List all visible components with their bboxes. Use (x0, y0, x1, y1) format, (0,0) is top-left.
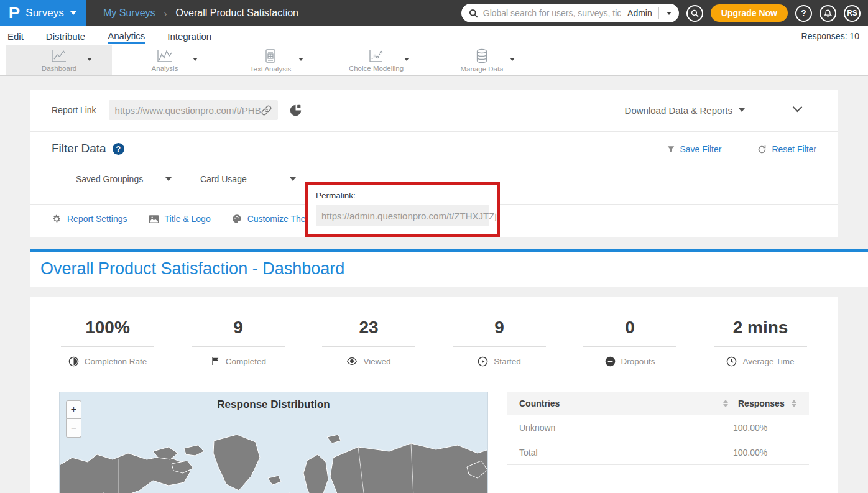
filter-data-section: Filter Data ? Save Filter Reset Filter S… (30, 132, 838, 205)
tab-edit[interactable]: Edit (7, 29, 24, 43)
database-icon (475, 48, 489, 63)
sort-icon[interactable] (792, 400, 796, 407)
caret-down-icon (739, 108, 745, 112)
card-usage-select[interactable]: Card Usage (199, 174, 297, 190)
avatar[interactable]: RS (844, 5, 861, 22)
stat-viewed: 23 Viewed (303, 318, 434, 367)
stat-value: 9 (173, 318, 303, 338)
permalink-label: Permalink: (316, 191, 489, 200)
upgrade-now-button[interactable]: Upgrade Now (711, 4, 788, 22)
ribbon-item-label: Analysis (152, 65, 178, 72)
search-scope-dropdown[interactable] (659, 4, 679, 22)
choice-modelling-icon (368, 49, 384, 63)
save-filter-button[interactable]: Save Filter (667, 144, 722, 154)
map-zoom-in-button[interactable]: + (66, 400, 81, 419)
report-link-label: Report Link (52, 105, 96, 115)
country-responses: 100.00% (733, 448, 796, 458)
caret-down-icon[interactable] (404, 58, 409, 61)
stat-label: Started (494, 357, 521, 366)
report-link-field[interactable]: https://www.questionpro.com/t/PHBu (109, 100, 278, 120)
ribbon-item-manage-data[interactable]: Manage Data (429, 45, 535, 75)
country-name: Unknown (519, 423, 733, 433)
tab-integration[interactable]: Integration (167, 29, 211, 43)
report-link-url: https://www.questionpro.com/t/PHBu (115, 105, 261, 116)
collapse-panel-chevron-icon[interactable] (793, 103, 803, 113)
dashboard-chart-icon (50, 49, 68, 63)
filter-help-icon[interactable]: ? (113, 143, 124, 155)
sort-icon[interactable] (723, 400, 728, 407)
stat-completion-rate: 100% Completion Rate (42, 318, 173, 367)
stat-label: Dropouts (621, 357, 655, 366)
caret-down-icon[interactable] (193, 58, 198, 61)
ribbon-item-dashboard[interactable]: Dashboard (6, 45, 112, 75)
stat-label: Average Time (742, 357, 794, 366)
survey-nav-tabs: Edit Distribute Analytics Integration Re… (0, 26, 868, 45)
stat-value: 9 (434, 318, 565, 338)
country-name: Total (519, 448, 733, 458)
search-input[interactable] (483, 8, 621, 18)
tab-analytics[interactable]: Analytics (108, 28, 145, 44)
saved-groupings-select[interactable]: Saved Groupings (75, 174, 173, 190)
ribbon-item-label: Manage Data (460, 65, 503, 73)
stat-completed: 9 Completed (173, 318, 303, 367)
question-mark-icon: ? (116, 144, 121, 154)
stat-label: Viewed (363, 357, 390, 366)
ribbon-item-label: Dashboard (42, 65, 76, 72)
caret-down-icon[interactable] (510, 58, 515, 61)
caret-down-icon[interactable] (87, 58, 92, 61)
table-row: Total 100.00% (507, 440, 809, 465)
title-logo-link[interactable]: Title & Logo (149, 214, 211, 224)
play-circle-icon (478, 356, 488, 367)
report-settings-label: Report Settings (67, 214, 127, 224)
search-button[interactable] (686, 5, 703, 22)
report-settings-link[interactable]: Report Settings (52, 214, 127, 224)
ribbon-item-text-analysis[interactable]: Text Analysis (218, 45, 323, 75)
search-icon (691, 9, 699, 17)
caret-down-icon (667, 12, 672, 15)
world-map (60, 423, 488, 493)
permalink-highlight-box: Permalink: https://admin.questionpro.com… (305, 182, 500, 237)
search-icon (469, 9, 478, 18)
report-controls-card: Report Link https://www.questionpro.com/… (30, 90, 838, 237)
question-mark-icon: ? (801, 8, 806, 18)
global-search: Admin (461, 4, 679, 22)
ribbon-item-choice-modelling[interactable]: Choice Modelling (323, 45, 429, 75)
stat-value: 2 mins (695, 318, 826, 338)
stat-label: Completion Rate (85, 357, 147, 366)
response-distribution-map[interactable]: Response Distribution + − (59, 392, 488, 493)
caret-down-icon[interactable] (298, 58, 303, 61)
permalink-url: https://admin.questionpro.com/t/ZTHXJTZj (321, 211, 497, 221)
countries-table: Countries Responses Unknown 100.00% Tota… (507, 392, 809, 465)
notifications-button[interactable] (820, 5, 836, 22)
avatar-initials: RS (847, 9, 857, 17)
breadcrumb-current: Overall Product Satisfaction (176, 7, 298, 19)
tab-distribute[interactable]: Distribute (46, 29, 85, 43)
save-filter-label: Save Filter (680, 144, 722, 154)
help-button[interactable]: ? (795, 5, 812, 22)
download-data-reports-menu[interactable]: Download Data & Reports (625, 105, 745, 116)
surveys-app-menu[interactable]: P Surveys (0, 0, 86, 26)
ribbon-item-analysis[interactable]: Analysis (112, 45, 218, 75)
stat-average-time: 2 mins Average Time (695, 318, 826, 367)
permalink-field[interactable]: https://admin.questionpro.com/t/ZTHXJTZj (316, 205, 489, 226)
eye-icon (346, 356, 358, 366)
stat-label: Completed (226, 357, 266, 366)
gear-icon (52, 214, 62, 224)
saved-groupings-label: Saved Groupings (76, 174, 143, 184)
map-title: Response Distribution (60, 399, 487, 411)
countries-table-header: Countries Responses (507, 392, 809, 415)
image-icon (149, 214, 159, 224)
text-analysis-icon (264, 48, 277, 63)
breadcrumb-my-surveys[interactable]: My Surveys (103, 7, 155, 19)
top-bar: P Surveys My Surveys › Overall Product S… (0, 0, 868, 26)
funnel-icon (667, 145, 675, 154)
card-usage-label: Card Usage (200, 174, 247, 184)
breadcrumb: My Surveys › Overall Product Satisfactio… (103, 7, 298, 19)
stat-dropouts: 0 Dropouts (565, 318, 695, 367)
reset-filter-label: Reset Filter (772, 144, 816, 154)
analytics-icon[interactable] (289, 104, 302, 117)
link-icon (261, 105, 272, 116)
reset-filter-button[interactable]: Reset Filter (757, 144, 816, 154)
flag-icon (210, 356, 220, 366)
stat-value: 0 (565, 318, 695, 338)
